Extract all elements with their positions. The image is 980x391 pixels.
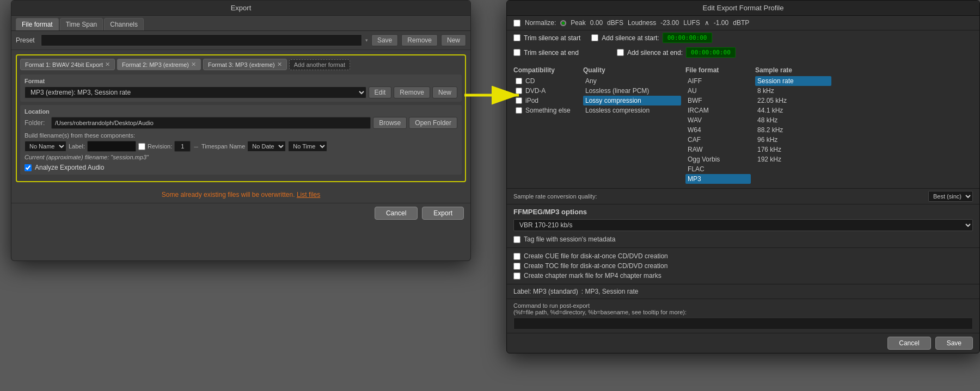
sr-2205khz[interactable]: 22.05 kHz (755, 96, 831, 105)
ff-raw[interactable]: RAW (685, 145, 751, 154)
quality-column: Quality Any Lossless (linear PCM) Lossy … (583, 66, 681, 184)
cue-checkbox[interactable] (513, 253, 520, 260)
sr-48khz[interactable]: 48 kHz (755, 115, 831, 125)
preset-dropdown-arrow[interactable]: ▾ (365, 38, 368, 43)
compat-something[interactable]: Something else (513, 105, 579, 115)
format-row: MP3 (extreme): MP3, Session rate Edit Re… (24, 86, 457, 98)
export-dialog-title: Export (11, 1, 470, 16)
sr-441khz[interactable]: 44.1 kHz (755, 105, 831, 115)
add-format-button[interactable]: Add another format (289, 59, 350, 70)
close-tab-3[interactable]: ✕ (277, 61, 282, 68)
export-button[interactable]: Export (422, 207, 464, 220)
peak-value: 0.00 (590, 19, 603, 27)
toc-checkbox[interactable] (513, 263, 520, 270)
ff-flac[interactable]: FLAC (685, 164, 751, 174)
remove-format-button[interactable]: Remove (394, 86, 430, 98)
format-tab-2[interactable]: Format 2: MP3 (extreme) ✕ (117, 59, 201, 70)
tag-session-row: Tag file with session's metadata (513, 234, 973, 244)
revision-checkbox[interactable] (138, 143, 145, 150)
quality-header: Quality (583, 66, 681, 74)
add-start-checkbox[interactable] (591, 34, 598, 41)
ff-ogg[interactable]: Ogg Vorbis (685, 154, 751, 164)
analyze-label: Analyze Exported Audio (35, 164, 104, 171)
trim-end-checkbox[interactable] (513, 49, 520, 56)
samplerate-header: Sample rate (755, 66, 831, 74)
ffmpeg-select[interactable]: VBR 170-210 kb/s (513, 219, 973, 231)
ff-mp3[interactable]: MP3 (685, 174, 751, 184)
cd-checkbox[interactable] (516, 78, 522, 84)
quality-lossless-comp[interactable]: Lossless compression (583, 105, 681, 115)
silence-row-2: Trim silence at end Add silence at end: … (507, 45, 979, 60)
ff-bwf[interactable]: BWF (685, 96, 751, 105)
tag-session-checkbox[interactable] (513, 236, 520, 243)
remove-preset-button[interactable]: Remove (401, 34, 438, 46)
filename-row: Build filename(s) from these components: (24, 132, 457, 139)
label-label: Label: (69, 143, 85, 150)
tab-channels[interactable]: Channels (104, 18, 144, 30)
something-checkbox[interactable] (516, 107, 522, 114)
no-date-select[interactable]: No Date (247, 141, 286, 152)
folder-input[interactable] (51, 117, 371, 129)
close-tab-1[interactable]: ✕ (105, 61, 110, 68)
ff-w64[interactable]: W64 (685, 125, 751, 135)
sr-session[interactable]: Session rate (755, 76, 831, 86)
sample-rate-conversion-row: Sample rate conversion quality: Best (si… (507, 188, 979, 204)
ff-aiff[interactable]: AIFF (685, 76, 751, 86)
sr-8khz[interactable]: 8 kHz (755, 86, 831, 96)
no-name-select[interactable]: No Name (24, 141, 66, 152)
dbtp-label: dBTP (733, 19, 749, 27)
new-preset-button[interactable]: New (441, 34, 466, 46)
save-preset-button[interactable]: Save (371, 34, 398, 46)
src-select[interactable]: Best (sinc) (928, 191, 973, 202)
no-time-select[interactable]: No Time (288, 141, 327, 152)
format-tab-3[interactable]: Format 3: MP3 (extreme) ✕ (203, 59, 287, 70)
ff-au[interactable]: AU (685, 86, 751, 96)
new-format-button[interactable]: New (432, 86, 457, 98)
add-end-checkbox[interactable] (617, 49, 624, 56)
close-tab-2[interactable]: ✕ (191, 61, 196, 68)
location-section: Location Folder: Browse Open Folder Buil… (20, 105, 462, 175)
normalize-checkbox[interactable] (513, 20, 520, 27)
tab-time-span[interactable]: Time Span (60, 18, 103, 30)
format-section-label: Format (24, 78, 457, 84)
lufs-caret: ∧ (705, 19, 709, 27)
peak-radio[interactable] (560, 20, 566, 26)
browse-button[interactable]: Browse (373, 117, 407, 129)
ff-caf[interactable]: CAF (685, 135, 751, 145)
label-input[interactable] (87, 141, 136, 152)
tab-file-format[interactable]: File format (16, 18, 59, 30)
trim-start-checkbox[interactable] (513, 34, 520, 41)
panel-cancel-button[interactable]: Cancel (887, 337, 930, 350)
loudness-value: -23.00 (660, 19, 679, 27)
quality-lossless-linear[interactable]: Lossless (linear PCM) (583, 86, 681, 96)
chapter-checkbox[interactable] (513, 272, 520, 280)
quality-any[interactable]: Any (583, 76, 681, 86)
quality-lossy[interactable]: Lossy compression (583, 96, 681, 105)
format-select[interactable]: MP3 (extreme): MP3, Session rate (24, 86, 366, 98)
panel-footer: Cancel Save (507, 333, 979, 353)
sr-176khz[interactable]: 176 kHz (755, 145, 831, 154)
lufs-value: -1.00 (714, 19, 728, 27)
revision-input[interactable] (174, 141, 191, 152)
add-silence-end: Add silence at end: 00:00:00:00 (617, 47, 736, 58)
sr-192khz[interactable]: 192 kHz (755, 154, 831, 164)
label-row: Label: MP3 (standard) : MP3, Session rat… (507, 284, 979, 299)
create-chapter-row: Create chapter mark file for MP4 chapter… (513, 271, 973, 281)
open-folder-button[interactable]: Open Folder (409, 117, 457, 129)
command-input[interactable] (513, 318, 973, 330)
cancel-button[interactable]: Cancel (375, 207, 418, 220)
main-content: Compatibility CD DVD-A iPod Something el… (507, 62, 979, 188)
sr-882khz[interactable]: 88.2 kHz (755, 125, 831, 135)
ff-wav[interactable]: WAV (685, 115, 751, 125)
format-tab-1[interactable]: Format 1: BWAV 24bit Export ✕ (20, 59, 115, 70)
edit-format-button[interactable]: Edit (369, 86, 392, 98)
ff-ircam[interactable]: IRCAM (685, 105, 751, 115)
preset-input[interactable] (41, 34, 362, 46)
sr-96khz[interactable]: 96 kHz (755, 135, 831, 145)
analyze-checkbox[interactable] (24, 164, 32, 171)
analyze-row: Analyze Exported Audio (24, 164, 457, 171)
silence-start-time: 00:00:00:00 (663, 33, 712, 43)
panel-save-button[interactable]: Save (935, 337, 973, 350)
list-files-link[interactable]: List files (297, 191, 320, 198)
command-label: Command to run post-export (513, 302, 590, 309)
